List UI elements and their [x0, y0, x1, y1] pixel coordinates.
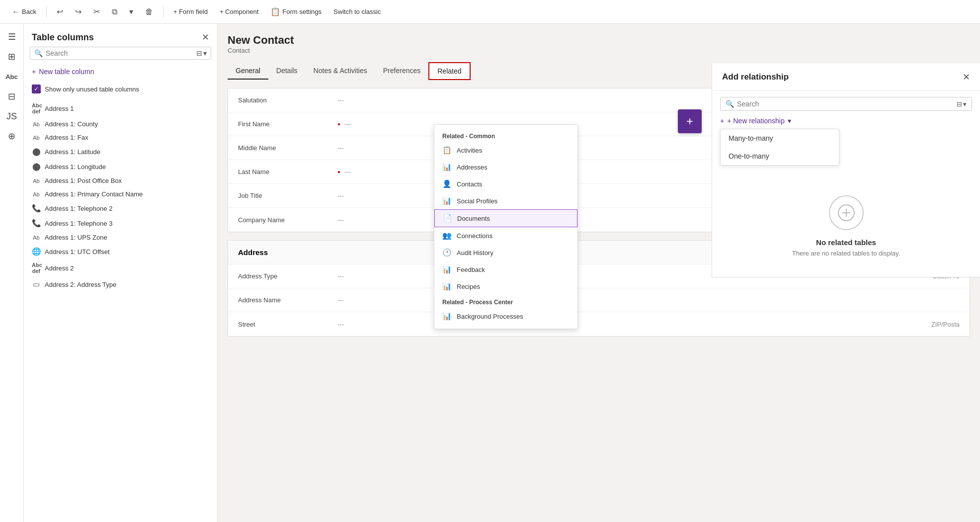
related-item-contacts[interactable]: 👤 Contacts [434, 175, 577, 192]
rel-option-many-to-many[interactable]: Many-to-many [721, 129, 839, 147]
related-item-addresses[interactable]: 📊 Addresses [434, 159, 577, 175]
label-middlename: Middle Name [238, 144, 337, 152]
related-item-connections[interactable]: 👥 Connections [434, 227, 577, 244]
tab-related[interactable]: Related [428, 62, 470, 80]
no-related-icon [829, 195, 864, 230]
tab-preferences[interactable]: Preferences [375, 63, 428, 80]
redo-icon: ↪ [75, 7, 82, 16]
chevron-down-icon-3: ▾ [788, 117, 791, 125]
form-subtitle: Contact [228, 47, 970, 54]
sidebar-item-address1-po-box[interactable]: Ab Address 1: Post Office Box [24, 174, 217, 187]
sidebar-item-address2-type[interactable]: ▭ Address 2: Address Type [24, 277, 217, 292]
delete-icon: 🗑 [145, 7, 153, 16]
delete-button[interactable]: 🗑 [141, 5, 157, 18]
sidebar-item-address1-latitude[interactable]: ⬤ Address 1: Latitude [24, 144, 217, 159]
value-middlename: --- [337, 144, 344, 152]
sidebar-list: Abcdef Address 1 Ab Address 1: County Ab… [24, 97, 217, 522]
value-firstname: ● --- [337, 120, 351, 128]
switch-classic-button[interactable]: Switch to classic [329, 6, 385, 17]
new-table-column-button[interactable]: + New table column [32, 66, 94, 78]
chevron-down-icon-2: ▾ [963, 100, 967, 108]
add-rel-close-button[interactable]: ✕ [963, 72, 970, 83]
show-unused-row[interactable]: ✓ Show only unused table columns [24, 82, 217, 97]
related-item-documents[interactable]: 📄 Documents [434, 209, 577, 227]
sidebar-item-address1-ups[interactable]: Ab Address 1: UPS Zone [24, 231, 217, 244]
ab-icon-5: Ab [32, 235, 41, 241]
label-salutation: Salutation [238, 96, 337, 104]
sidebar-item-address1-longitude[interactable]: ⬤ Address 1: Longitude [24, 159, 217, 174]
settings-icon: 📋 [270, 7, 280, 16]
sidebar-item-address2[interactable]: Abcdef Address 2 [24, 259, 217, 277]
add-rel-search-icon: 🔍 [726, 100, 734, 108]
redo-button[interactable]: ↪ [71, 5, 85, 18]
abc-icon-2: Abcdef [32, 262, 41, 274]
form-settings-button[interactable]: 📋 Form settings [266, 5, 326, 18]
add-rel-filter-button[interactable]: ⊟ ▾ [957, 100, 967, 108]
sidebar-title: Table columns [32, 32, 94, 43]
label-address-type: Address Type [238, 272, 337, 280]
value-address-name: --- [337, 296, 344, 304]
add-rel-search-input[interactable] [737, 100, 954, 108]
sidebar-item-address1-fax[interactable]: Ab Address 1: Fax [24, 131, 217, 144]
recipes-icon: 📊 [442, 282, 452, 291]
copy-icon: ⧉ [112, 7, 117, 16]
nav-relation-icon[interactable]: ⊕ [3, 127, 21, 145]
address-section-title: Address [238, 248, 268, 257]
label-companyname: Company Name [238, 216, 337, 224]
sidebar-item-address1-tel2[interactable]: 📞 Address 1: Telephone 2 [24, 201, 217, 216]
tab-general[interactable]: General [228, 63, 268, 80]
globe-icon: 🌐 [32, 247, 41, 256]
label-street: Street [238, 321, 337, 328]
label-lastname: Last Name [238, 168, 337, 175]
dropdown-button[interactable]: ▾ [125, 5, 137, 18]
tab-details[interactable]: Details [268, 63, 306, 80]
related-item-bg-processes[interactable]: 📊 Background Processes [434, 308, 577, 325]
nav-layout-icon[interactable]: ⊟ [3, 87, 21, 105]
rel-options-container: Many-to-many One-to-many [712, 129, 980, 166]
label-address-name: Address Name [238, 296, 337, 304]
tab-notes-activities[interactable]: Notes & Activities [306, 63, 375, 80]
add-relationship-plus-button[interactable]: + [678, 109, 702, 133]
new-relationship-button[interactable]: + + New relationship ▾ [712, 113, 799, 129]
cut-button[interactable]: ✂ [89, 5, 104, 18]
abc-icon: Abcdef [32, 102, 41, 114]
show-unused-checkbox[interactable]: ✓ [32, 85, 41, 93]
form-row-street: Street --- ZIP/Posta [228, 312, 970, 336]
value-companyname: --- [337, 216, 344, 224]
nav-grid-icon[interactable]: ⊞ [3, 48, 21, 66]
sidebar-item-address1[interactable]: Abcdef Address 1 [24, 99, 217, 117]
related-dropdown: Related - Common 📋 Activities 📊 Addresse… [434, 124, 578, 329]
nav-menu-icon[interactable]: ☰ [3, 28, 21, 46]
related-item-activities[interactable]: 📋 Activities [434, 142, 577, 159]
cut-icon: ✂ [93, 7, 100, 16]
nav-text-icon[interactable]: Abc [3, 68, 21, 86]
related-item-recipes[interactable]: 📊 Recipes [434, 278, 577, 295]
no-related-title: No related tables [816, 238, 876, 247]
related-item-social[interactable]: 📊 Social Profiles [434, 192, 577, 209]
form-title: New Contact [228, 34, 970, 47]
nav-script-icon[interactable]: JS [3, 107, 21, 125]
related-item-audit[interactable]: 🕐 Audit History [434, 244, 577, 261]
related-item-feedback[interactable]: 📊 Feedback [434, 261, 577, 278]
copy-button[interactable]: ⧉ [108, 5, 121, 18]
sidebar-item-address1-primary-contact[interactable]: Ab Address 1: Primary Contact Name [24, 187, 217, 201]
filter-icon: ⊟ [196, 49, 202, 57]
sidebar-close-button[interactable]: ✕ [202, 32, 209, 43]
component-button[interactable]: + Component [216, 6, 262, 17]
sidebar-search-input[interactable] [46, 49, 193, 57]
undo-button[interactable]: ↩ [53, 5, 67, 18]
required-dot-lastname: ● [337, 169, 340, 174]
sidebar-header: Table columns ✕ [24, 24, 217, 47]
sidebar: Table columns ✕ 🔍 ⊟ ▾ + New table column… [24, 24, 218, 522]
sidebar-filter-button[interactable]: ⊟ ▾ [196, 49, 207, 57]
main-layout: ☰ ⊞ Abc ⊟ JS ⊕ Table columns ✕ 🔍 ⊟ ▾ + N… [0, 24, 980, 522]
toolbar-sep-1 [46, 6, 47, 18]
back-button[interactable]: ← Back [8, 5, 40, 18]
no-related-desc: There are no related tables to display. [792, 250, 900, 257]
form-field-button[interactable]: + Form field [169, 6, 212, 17]
sidebar-item-address1-tel3[interactable]: 📞 Address 1: Telephone 3 [24, 216, 217, 231]
rel-option-one-to-many[interactable]: One-to-many [721, 147, 839, 165]
sidebar-item-address1-utc[interactable]: 🌐 Address 1: UTC Offset [24, 244, 217, 259]
main-content: New Contact Contact General Details Note… [218, 24, 980, 522]
sidebar-item-address1-county[interactable]: Ab Address 1: County [24, 117, 217, 131]
